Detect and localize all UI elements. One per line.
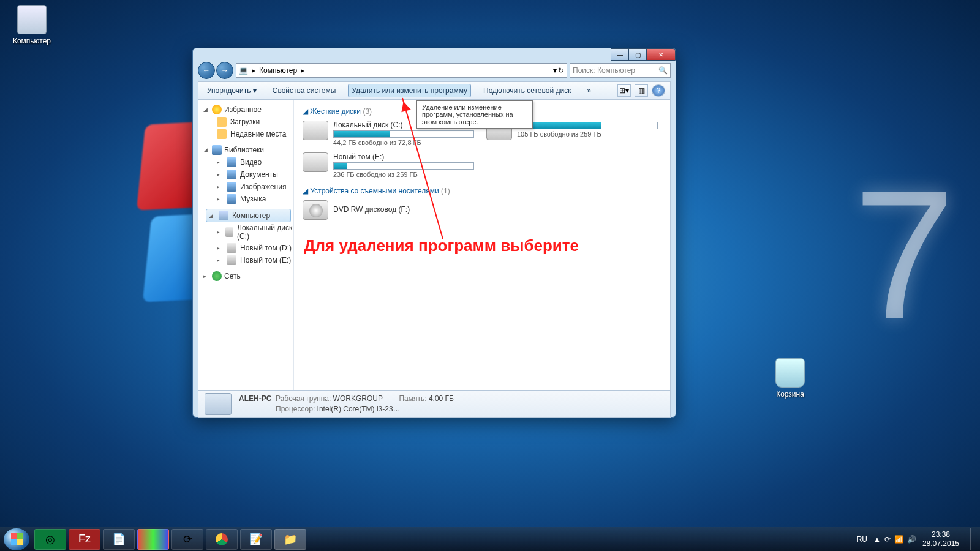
start-button[interactable]: [4, 528, 29, 550]
toolbar-overflow[interactable]: »: [583, 84, 595, 97]
sidebar-computer-header[interactable]: ◢Компьютер: [206, 209, 291, 222]
breadcrumb-sep[interactable]: ▸: [301, 66, 304, 75]
taskbar-app-writer[interactable]: 📝: [240, 529, 272, 550]
network-icon: [212, 271, 222, 281]
sidebar-network-header[interactable]: ▸Сеть: [203, 270, 293, 282]
computer-icon: [17, 5, 47, 34]
folder-icon: [217, 117, 227, 127]
group-removable[interactable]: ◢ Устройства со съемными носителями (1): [303, 187, 662, 195]
dvd-drive-icon: [303, 200, 328, 220]
library-icon: [227, 157, 236, 167]
recycle-bin-icon: [775, 358, 805, 388]
help-button[interactable]: ?: [652, 84, 665, 97]
uninstall-program-button[interactable]: Удалить или изменить программу: [348, 84, 471, 97]
usage-bar: [333, 130, 474, 138]
window-controls: — ▢ ✕: [611, 48, 676, 61]
address-bar[interactable]: 💻 ▸ Компьютер ▸ ▾ ↻: [236, 63, 567, 78]
sidebar-favorites-header[interactable]: ◢Избранное: [203, 103, 293, 116]
minimize-button[interactable]: —: [611, 48, 629, 61]
map-network-drive-button[interactable]: Подключить сетевой диск: [480, 84, 575, 97]
computer-icon: 💻: [239, 66, 248, 75]
system-properties-button[interactable]: Свойства системы: [269, 84, 340, 97]
drive-icon: [227, 255, 236, 265]
sidebar-item-downloads[interactable]: Загрузки: [203, 116, 293, 128]
taskbar-app-1[interactable]: ◎: [34, 529, 66, 550]
taskbar-app-filezilla[interactable]: Fz: [69, 529, 100, 550]
address-dropdown[interactable]: ▾: [553, 66, 557, 75]
sidebar-item-videos[interactable]: ▸Видео: [203, 156, 293, 168]
taskbar-app-4[interactable]: [137, 529, 169, 550]
tray-icon-sync[interactable]: ⟳: [884, 535, 891, 544]
taskbar-app-5[interactable]: ⟳: [172, 529, 203, 550]
view-button[interactable]: ⊞▾: [617, 84, 631, 97]
sidebar-item-pictures[interactable]: ▸Изображения: [203, 181, 293, 193]
libraries-icon: [212, 145, 222, 155]
sidebar-item-music[interactable]: ▸Музыка: [203, 193, 293, 205]
drive-e[interactable]: Новый том (E:) 236 ГБ свободно из 259 ГБ: [303, 152, 474, 178]
sidebar-item-drive-c[interactable]: ▸Локальный диск (C:): [203, 222, 293, 242]
preview-pane-button[interactable]: ▥: [635, 84, 648, 97]
navigation-pane: ◢Избранное Загрузки Недавние места ◢Библ…: [198, 100, 294, 390]
library-icon: [227, 170, 236, 179]
taskbar-app-chrome[interactable]: [206, 529, 238, 550]
drive-icon: [227, 243, 236, 253]
system-tray: RU ▲ ⟳ 📶 🔊 23:38 28.07.2015: [857, 528, 976, 550]
forward-button[interactable]: →: [216, 62, 233, 79]
breadcrumb-computer[interactable]: Компьютер: [259, 66, 297, 75]
drive-icon: [303, 121, 328, 140]
desktop-icon-label: Корзина: [766, 390, 815, 399]
sidebar-item-recent[interactable]: Недавние места: [203, 128, 293, 140]
refresh-button[interactable]: ↻: [558, 66, 564, 75]
tray-icon-network[interactable]: 📶: [894, 535, 903, 544]
details-pane: ALEH-PC Рабочая группа: WORKGROUP Память…: [198, 391, 671, 418]
taskbar: ◎ Fz 📄 ⟳ 📝 📁 RU ▲ ⟳ 📶 🔊 23:38 28.07.2015: [0, 527, 980, 551]
usage-bar: [517, 122, 658, 129]
drive-icon: [225, 227, 233, 237]
toolbar: Упорядочить ▾ Свойства системы Удалить и…: [198, 81, 671, 100]
nav-row: ← → 💻 ▸ Компьютер ▸ ▾ ↻ Поиск: Компьютер…: [198, 62, 671, 79]
breadcrumb-sep[interactable]: ▸: [252, 66, 255, 75]
search-placeholder: Поиск: Компьютер: [573, 66, 635, 75]
desktop-icon-recycle-bin[interactable]: Корзина: [766, 358, 815, 399]
sidebar-item-documents[interactable]: ▸Документы: [203, 168, 293, 181]
search-icon[interactable]: 🔍: [658, 66, 668, 75]
computer-icon: [219, 211, 228, 220]
language-indicator[interactable]: RU: [857, 535, 867, 544]
computer-icon: [205, 393, 232, 415]
show-desktop-button[interactable]: [970, 528, 976, 550]
sidebar-item-drive-d[interactable]: ▸Новый том (D:): [203, 242, 293, 254]
drive-dvd[interactable]: DVD RW дисковод (F:): [303, 200, 474, 220]
back-button[interactable]: ←: [198, 62, 215, 79]
close-button[interactable]: ✕: [646, 48, 676, 61]
organize-button[interactable]: Упорядочить ▾: [203, 84, 260, 97]
library-icon: [227, 182, 236, 192]
taskbar-app-explorer[interactable]: 📁: [274, 529, 306, 550]
seven-watermark: 7: [853, 148, 956, 360]
star-icon: [212, 105, 222, 114]
sidebar-libraries-header[interactable]: ◢Библиотеки: [203, 144, 293, 156]
folder-icon: [217, 129, 227, 139]
library-icon: [227, 194, 236, 204]
sidebar-item-drive-e[interactable]: ▸Новый том (E:): [203, 254, 293, 266]
taskbar-app-3[interactable]: 📄: [103, 529, 135, 550]
drive-icon: [303, 152, 328, 172]
usage-bar: [333, 162, 474, 170]
clock[interactable]: 23:38 28.07.2015: [922, 530, 959, 548]
desktop-icon-label: Компьютер: [7, 37, 56, 45]
search-box[interactable]: Поиск: Компьютер 🔍: [570, 63, 671, 78]
tooltip: Удаление или изменение программ, установ…: [417, 100, 533, 129]
content-pane: ◢ Жесткие диски (3) Локальный диск (C:) …: [294, 100, 670, 390]
desktop-icon-computer[interactable]: Компьютер: [7, 5, 56, 45]
tray-icon-volume[interactable]: 🔊: [907, 535, 916, 544]
window-body: ◢Избранное Загрузки Недавние места ◢Библ…: [198, 100, 671, 391]
tray-icon-flag[interactable]: ▲: [873, 535, 881, 544]
maximize-button[interactable]: ▢: [628, 48, 647, 61]
